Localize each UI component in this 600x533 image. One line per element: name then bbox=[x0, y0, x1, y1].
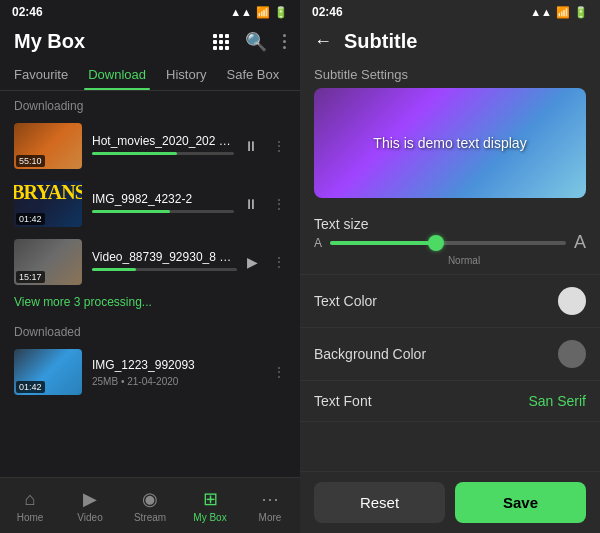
pause-icon[interactable]: ⏸ bbox=[244, 196, 258, 212]
item-more-icon[interactable]: ⋮ bbox=[272, 196, 286, 212]
subtitle-preview: This is demo text display bbox=[314, 88, 586, 198]
tab-download[interactable]: Download bbox=[78, 59, 156, 90]
right-status-bar: 02:46 ▲▲ 📶 🔋 bbox=[300, 0, 600, 24]
subtitle-title: Subtitle bbox=[344, 30, 417, 53]
nav-more[interactable]: ⋯ More bbox=[240, 478, 300, 533]
play-icon[interactable]: ▶ bbox=[247, 254, 258, 270]
text-size-row: Text size A A Normal bbox=[300, 208, 600, 275]
video-icon: ▶ bbox=[83, 488, 97, 510]
downloaded-label: Downloaded bbox=[0, 317, 300, 343]
subtitle-settings-label: Subtitle Settings bbox=[300, 59, 600, 88]
nav-stream[interactable]: ◉ Stream bbox=[120, 478, 180, 533]
page-title: My Box bbox=[14, 30, 85, 53]
progress-bar bbox=[92, 210, 170, 213]
downloading-label: Downloading bbox=[0, 91, 300, 117]
list-item: 01:42 IMG_1223_992093 25MB • 21-04-2020 … bbox=[0, 343, 300, 401]
nav-video[interactable]: ▶ Video bbox=[60, 478, 120, 533]
item-name: IMG_9982_4232-2 bbox=[92, 192, 234, 206]
more-icon: ⋯ bbox=[261, 488, 279, 510]
text-color-row: Text Color bbox=[300, 275, 600, 328]
save-button[interactable]: Save bbox=[455, 482, 586, 523]
nav-home-label: Home bbox=[17, 512, 44, 523]
item-name: IMG_1223_992093 bbox=[92, 358, 262, 372]
bryans-text: BRYANS bbox=[14, 181, 82, 204]
bottom-nav: ⌂ Home ▶ Video ◉ Stream ⊞ My Box ⋯ More bbox=[0, 477, 300, 533]
nav-mybox-label: My Box bbox=[193, 512, 226, 523]
list-item: BRYANS 01:42 IMG_9982_4232-2 ⏸ ⋮ bbox=[0, 175, 300, 233]
pause-icon[interactable]: ⏸ bbox=[244, 138, 258, 154]
nav-home[interactable]: ⌂ Home bbox=[0, 478, 60, 533]
text-color-toggle[interactable] bbox=[558, 287, 586, 315]
progress-bar-wrap bbox=[92, 268, 237, 271]
left-panel: 02:46 ▲▲ 📶 🔋 My Box 🔍 bbox=[0, 0, 300, 533]
item-meta: 25MB • 21-04-2020 bbox=[92, 376, 262, 387]
text-font-value[interactable]: San Serif bbox=[528, 393, 586, 409]
text-size-slider[interactable] bbox=[330, 241, 566, 245]
item-name: Video_88739_92930_8 3849395 bbox=[92, 250, 237, 264]
grid-icon[interactable] bbox=[213, 34, 229, 50]
thumb-duration: 15:17 bbox=[16, 271, 45, 283]
back-button[interactable]: ← bbox=[314, 31, 332, 52]
item-info: IMG_1223_992093 25MB • 21-04-2020 bbox=[92, 358, 262, 387]
slider-row: A A bbox=[314, 232, 586, 253]
background-color-label: Background Color bbox=[314, 346, 426, 362]
item-info: IMG_9982_4232-2 bbox=[92, 192, 234, 217]
text-font-label: Text Font bbox=[314, 393, 372, 409]
item-more-icon[interactable]: ⋮ bbox=[272, 364, 286, 380]
item-name: Hot_movies_2020_202 03423_023_281 bbox=[92, 134, 234, 148]
download-list: Downloading 55:10 Hot_movies_2020_202 03… bbox=[0, 91, 300, 477]
nav-video-label: Video bbox=[77, 512, 102, 523]
left-time: 02:46 bbox=[12, 5, 43, 19]
search-icon[interactable]: 🔍 bbox=[245, 31, 267, 53]
reset-button[interactable]: Reset bbox=[314, 482, 445, 523]
tab-safebox[interactable]: Safe Box bbox=[216, 59, 289, 90]
tabs-bar: Favourite Download History Safe Box bbox=[0, 59, 300, 91]
text-font-row: Text Font San Serif bbox=[300, 381, 600, 422]
background-color-row: Background Color bbox=[300, 328, 600, 381]
thumbnail: BRYANS 01:42 bbox=[14, 181, 82, 227]
text-color-label: Text Color bbox=[314, 293, 377, 309]
mybox-icon: ⊞ bbox=[203, 488, 218, 510]
preview-text: This is demo text display bbox=[373, 135, 526, 151]
progress-bar-wrap bbox=[92, 210, 234, 213]
thumb-duration: 55:10 bbox=[16, 155, 45, 167]
left-status-icons: ▲▲ 📶 🔋 bbox=[230, 6, 288, 19]
item-more-icon[interactable]: ⋮ bbox=[272, 254, 286, 270]
progress-bar bbox=[92, 152, 177, 155]
thumbnail: 55:10 bbox=[14, 123, 82, 169]
item-more-icon[interactable]: ⋮ bbox=[272, 138, 286, 154]
right-time: 02:46 bbox=[312, 5, 343, 19]
slider-thumb bbox=[428, 235, 444, 251]
text-size-label: Text size bbox=[314, 216, 586, 232]
tab-favourite[interactable]: Favourite bbox=[4, 59, 78, 90]
background-color-toggle[interactable] bbox=[558, 340, 586, 368]
stream-icon: ◉ bbox=[142, 488, 158, 510]
nav-more-label: More bbox=[259, 512, 282, 523]
thumb-duration: 01:42 bbox=[16, 381, 45, 393]
slider-fill bbox=[330, 241, 436, 245]
progress-bar bbox=[92, 268, 136, 271]
item-info: Video_88739_92930_8 3849395 bbox=[92, 250, 237, 275]
view-more-link[interactable]: View more 3 processing... bbox=[0, 291, 300, 317]
right-status-icons: ▲▲ 📶 🔋 bbox=[530, 6, 588, 19]
slider-normal-label: Normal bbox=[314, 255, 586, 266]
more-options-icon[interactable] bbox=[283, 34, 286, 49]
list-item: 55:10 Hot_movies_2020_202 03423_023_281 … bbox=[0, 117, 300, 175]
list-item: 15:17 Video_88739_92930_8 3849395 ▶ ⋮ bbox=[0, 233, 300, 291]
left-header: My Box 🔍 bbox=[0, 24, 300, 59]
bottom-actions: Reset Save bbox=[300, 471, 600, 533]
nav-stream-label: Stream bbox=[134, 512, 166, 523]
home-icon: ⌂ bbox=[25, 489, 36, 510]
thumbnail: 01:42 bbox=[14, 349, 82, 395]
left-status-bar: 02:46 ▲▲ 📶 🔋 bbox=[0, 0, 300, 24]
right-panel: 02:46 ▲▲ 📶 🔋 ← Subtitle Subtitle Setting… bbox=[300, 0, 600, 533]
item-info: Hot_movies_2020_202 03423_023_281 bbox=[92, 134, 234, 159]
header-icons: 🔍 bbox=[213, 31, 286, 53]
slider-a-small: A bbox=[314, 236, 322, 250]
tab-history[interactable]: History bbox=[156, 59, 216, 90]
nav-mybox[interactable]: ⊞ My Box bbox=[180, 478, 240, 533]
slider-a-large: A bbox=[574, 232, 586, 253]
right-header: ← Subtitle bbox=[300, 24, 600, 59]
thumbnail: 15:17 bbox=[14, 239, 82, 285]
progress-bar-wrap bbox=[92, 152, 234, 155]
